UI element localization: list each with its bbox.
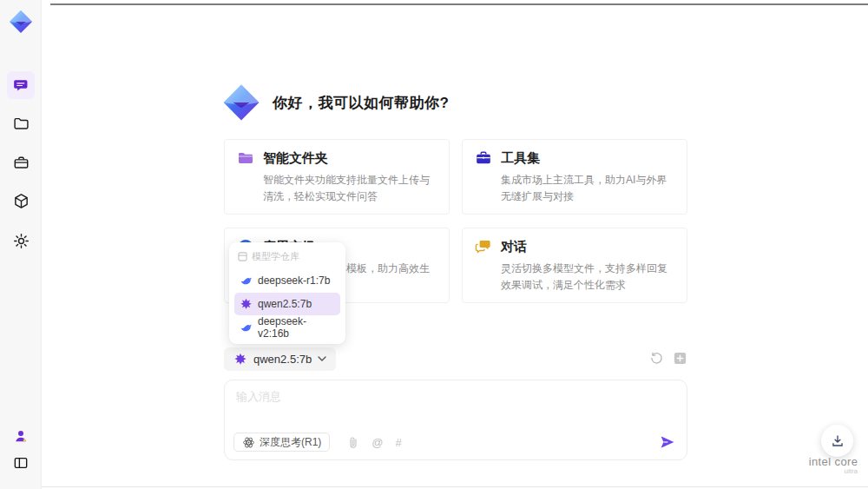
card-title: 工具集 — [501, 150, 540, 167]
repo-icon — [238, 252, 247, 261]
intel-wordmark: intel core — [802, 455, 865, 468]
model-dropdown: 模型学仓库 deepseek-r1:7b qwen2.5:7b deepseek… — [229, 242, 345, 344]
qwen-icon — [233, 353, 247, 367]
deep-think-toggle[interactable]: 深度思考(R1) — [233, 433, 330, 452]
chevron-down-icon — [318, 356, 326, 362]
model-option-qwen[interactable]: qwen2.5:7b — [234, 293, 340, 315]
message-input[interactable]: 输入消息 — [236, 389, 281, 405]
sidebar-item-toolbox[interactable] — [7, 149, 35, 176]
sidebar-item-apps[interactable] — [7, 187, 35, 215]
card-toolkit[interactable]: 工具集 集成市场上主流工具，助力AI与外界无缝扩展与对接 — [462, 139, 687, 215]
message-composer[interactable]: 输入消息 深度思考(R1) @ # — [224, 380, 687, 460]
sidebar-item-folders[interactable] — [7, 109, 35, 137]
toolkit-icon — [475, 149, 492, 167]
sidebar — [0, 0, 42, 489]
model-option-deepseek-v2[interactable]: deepseek-v2:16b — [234, 316, 340, 339]
intel-sub-label: ultra — [802, 467, 865, 475]
window-top-edge — [50, 3, 868, 5]
sidebar-item-account[interactable] — [7, 422, 35, 450]
attachment-icon[interactable] — [347, 436, 359, 449]
panel-collapse-icon — [13, 455, 29, 471]
user-icon — [13, 428, 29, 444]
new-chat-icon[interactable] — [673, 351, 687, 366]
intel-core-badge: intel core ultra — [802, 455, 865, 475]
folder-icon — [13, 116, 30, 132]
model-dropdown-header: 模型学仓库 — [234, 248, 340, 268]
briefcase-icon — [13, 155, 30, 171]
app-window: 你好，我可以如何帮助你? 智能文件夹 智能文件夹功能支持批量文件上传与清洗，轻松… — [0, 0, 868, 489]
card-description: 灵活切换多模型文件，支持多样回复效果调试，满足个性化需求 — [501, 261, 674, 293]
hashtag-icon[interactable]: # — [396, 436, 402, 449]
card-smart-folder[interactable]: 智能文件夹 智能文件夹功能支持批量文件上传与清洗，轻松实现文件问答 — [224, 139, 450, 215]
card-description: 集成市场上主流工具，助力AI与外界无缝扩展与对接 — [501, 172, 674, 204]
gear-icon — [13, 233, 30, 249]
sidebar-item-chat[interactable] — [7, 71, 35, 99]
model-option-deepseek-r1[interactable]: deepseek-r1:7b — [234, 269, 340, 292]
model-selector-button[interactable]: qwen2.5:7b — [224, 347, 336, 371]
composer-toolbar: 深度思考(R1) @ # — [233, 433, 676, 452]
app-logo-icon — [9, 10, 33, 34]
chat-icon — [13, 77, 30, 94]
download-icon — [830, 433, 845, 449]
send-button[interactable] — [659, 433, 676, 451]
mention-icon[interactable]: @ — [372, 436, 383, 449]
deepseek-icon — [240, 321, 253, 334]
send-icon — [659, 433, 676, 451]
greeting: 你好，我可以如何帮助你? — [222, 83, 449, 122]
qwen-icon — [240, 298, 253, 311]
card-dialog[interactable]: 对话 灵活切换多模型文件，支持多样回复效果调试，满足个性化需求 — [462, 228, 687, 303]
assistant-logo-icon — [222, 83, 260, 122]
card-title: 智能文件夹 — [263, 150, 328, 167]
dialog-icon — [475, 238, 492, 255]
window-bottom-edge — [0, 486, 868, 487]
sidebar-item-settings[interactable] — [7, 227, 35, 254]
deepseek-icon — [240, 274, 253, 287]
card-title: 对话 — [501, 239, 527, 255]
card-description: 智能文件夹功能支持批量文件上传与清洗，轻松实现文件问答 — [263, 172, 437, 204]
cube-icon — [13, 193, 30, 209]
sidebar-item-collapse-panel[interactable] — [7, 449, 35, 477]
download-button[interactable] — [821, 425, 853, 457]
history-icon[interactable] — [649, 351, 664, 366]
conversation-actions — [649, 351, 687, 366]
atom-icon — [242, 436, 255, 449]
smart-folder-icon — [237, 149, 254, 167]
selected-model-label: qwen2.5:7b — [253, 353, 312, 366]
greeting-title: 你好，我可以如何帮助你? — [273, 93, 449, 113]
